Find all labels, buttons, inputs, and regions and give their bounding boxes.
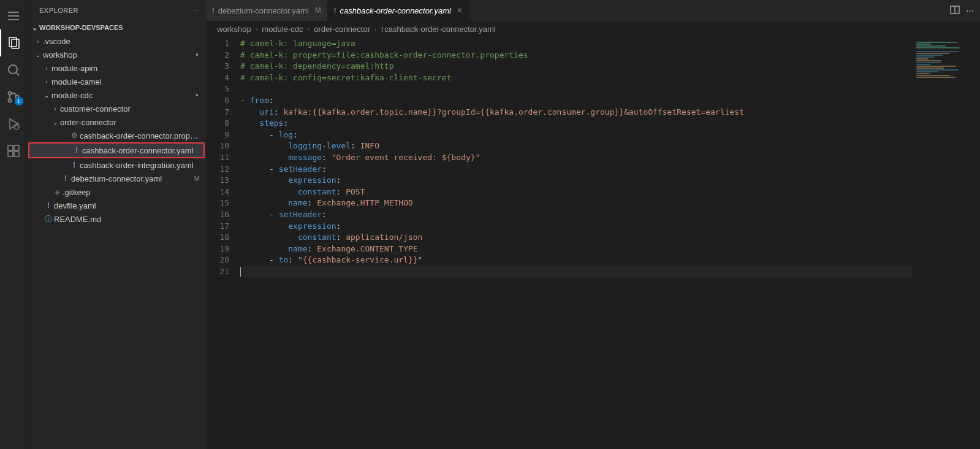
item-label: workshop	[43, 50, 196, 59]
svg-rect-15	[14, 145, 19, 150]
dirty-dot-icon: •	[196, 90, 201, 100]
highlighted-file: !cashback-order-connector.yaml	[28, 142, 205, 158]
chevron-right-icon: ›	[42, 65, 51, 72]
line-gutter: 123456789101112131415161718192021	[206, 37, 240, 449]
breadcrumb-segment[interactable]: order-connector	[314, 25, 370, 34]
yaml-file-icon: !	[212, 7, 215, 14]
file-item[interactable]: !devfile.yaml	[27, 199, 206, 212]
code-line[interactable]: uri: kafka:{{kafka.order.topic.name}}?gr…	[240, 107, 913, 118]
item-label: devfile.yaml	[54, 201, 201, 210]
code-line[interactable]: name: Exchange.CONTENT_TYPE	[240, 244, 913, 255]
file-item[interactable]: !cashback-order-integration.yaml	[27, 158, 206, 172]
item-label: debezium-connector.yaml	[71, 174, 194, 183]
editor-tab[interactable]: !cashback-order-connector.yaml×	[328, 0, 469, 21]
code-line[interactable]: # camel-k: language=java	[240, 38, 913, 50]
code-line[interactable]	[240, 83, 913, 95]
minimap[interactable]	[913, 37, 980, 449]
folder-item[interactable]: ›module-apim	[27, 61, 206, 75]
folder-item[interactable]: ⌄workshop•	[27, 48, 206, 61]
code-line[interactable]: - from:	[240, 95, 913, 107]
menu-icon[interactable]	[0, 2, 27, 29]
folder-item[interactable]: ⌄order-connector	[27, 115, 206, 129]
run-debug-icon[interactable]	[0, 110, 27, 137]
chevron-right-icon: ›	[50, 106, 60, 112]
code-line[interactable]: logging-level: INFO	[240, 140, 913, 152]
editor-more-icon[interactable]: ⋯	[966, 6, 974, 15]
sidebar-more-icon[interactable]: ⋯	[193, 7, 200, 15]
sidebar-title: EXPLORER	[39, 7, 78, 14]
item-label: module-apim	[51, 64, 201, 73]
sidebar-header: EXPLORER ⋯	[27, 0, 206, 21]
code-line[interactable]: - log:	[240, 129, 913, 141]
file-item[interactable]: ⓘREADME.md	[27, 212, 206, 226]
item-label: .gitkeep	[63, 188, 201, 197]
code-line[interactable]: - setHeader:	[240, 164, 913, 175]
explorer-icon[interactable]	[0, 29, 27, 56]
split-editor-icon[interactable]	[950, 5, 960, 17]
git-status: M	[194, 175, 201, 182]
svg-line-6	[16, 72, 19, 75]
code-line[interactable]: - to: "{{cashback-service.url}}"	[240, 255, 913, 266]
chevron-right-icon: ›	[306, 25, 312, 33]
code-line[interactable]: name: Exchange.HTTP_METHOD	[240, 198, 913, 209]
code-line[interactable]: steps:	[240, 118, 913, 129]
svg-rect-12	[8, 145, 13, 150]
item-label: module-cdc	[51, 91, 196, 100]
tab-bar: !debezium-connector.yamlM!cashback-order…	[206, 0, 980, 21]
close-icon[interactable]: ×	[455, 6, 462, 15]
tab-label: cashback-order-connector.yaml	[340, 6, 450, 15]
folder-item[interactable]: ›module-camel	[27, 75, 206, 88]
search-icon[interactable]	[0, 56, 27, 83]
breadcrumb-segment[interactable]: !cashback-order-connector.yaml	[381, 25, 496, 34]
item-label: cashback-order-integration.yaml	[80, 161, 201, 170]
chevron-down-icon: ⌄	[42, 92, 51, 99]
item-label: module-camel	[51, 77, 201, 86]
breadcrumb[interactable]: workshop›module-cdc›order-connector›!cas…	[206, 21, 980, 37]
workspace-section[interactable]: ⌄ WORKSHOP-DEVSPACES	[27, 21, 206, 34]
svg-point-5	[9, 65, 17, 74]
code-line[interactable]: # camel-k: dependency=camel:http	[240, 61, 913, 72]
chevron-down-icon: ⌄	[29, 24, 39, 32]
code-line[interactable]	[240, 266, 913, 278]
code-line[interactable]: expression:	[240, 175, 913, 186]
chevron-right-icon: ›	[33, 38, 43, 45]
chevron-right-icon: ›	[254, 25, 260, 33]
code-line[interactable]: constant: application/json	[240, 232, 913, 244]
chevron-right-icon: ›	[42, 79, 51, 85]
item-label: cashback-order-connector.properties	[80, 131, 201, 140]
item-label: customer-connector	[60, 104, 201, 113]
sidebar: EXPLORER ⋯ ⌄ WORKSHOP-DEVSPACES ›.vscode…	[27, 0, 206, 449]
folder-item[interactable]: ⌄module-cdc•	[27, 88, 206, 102]
code-line[interactable]: constant: POST	[240, 186, 913, 198]
svg-point-7	[8, 92, 11, 95]
workspace-name: WORKSHOP-DEVSPACES	[39, 24, 123, 31]
file-item[interactable]: ◈.gitkeep	[27, 185, 206, 199]
file-item[interactable]: ⚙cashback-order-connector.properties	[27, 129, 206, 142]
source-control-icon[interactable]: 1	[0, 83, 27, 110]
editor[interactable]: 123456789101112131415161718192021 # came…	[206, 37, 980, 449]
code-line[interactable]: # camel-k: property=file:cashback-order-…	[240, 50, 913, 61]
extensions-icon[interactable]	[0, 137, 27, 164]
folder-item[interactable]: ›customer-connector	[27, 102, 206, 115]
code-line[interactable]: - setHeader:	[240, 209, 913, 221]
svg-rect-14	[14, 152, 19, 156]
chevron-down-icon: ⌄	[50, 119, 60, 126]
editor-tab[interactable]: !debezium-connector.yamlM	[206, 0, 328, 21]
breadcrumb-segment[interactable]: module-cdc	[262, 25, 303, 34]
code-line[interactable]: expression:	[240, 221, 913, 232]
tab-status: M	[313, 6, 321, 15]
breadcrumb-segment[interactable]: workshop	[217, 25, 251, 34]
code-area[interactable]: # camel-k: language=java# camel-k: prope…	[240, 37, 913, 449]
folder-item[interactable]: ›.vscode	[27, 34, 206, 48]
yaml-file-icon: !	[381, 26, 385, 33]
file-tree: ›.vscode⌄workshop•›module-apim›module-ca…	[27, 34, 206, 449]
item-label: cashback-order-connector.yaml	[82, 146, 199, 155]
file-item[interactable]: !debezium-connector.yamlM	[27, 172, 206, 185]
code-line[interactable]: message: "Order event received: ${body}"	[240, 152, 913, 164]
tab-label: debezium-connector.yaml	[218, 6, 309, 15]
file-item[interactable]: !cashback-order-connector.yaml	[29, 144, 203, 157]
code-line[interactable]: # camel-k: config=secret:kafka-client-se…	[240, 72, 913, 84]
item-label: .vscode	[43, 37, 201, 46]
chevron-right-icon: ›	[373, 25, 379, 33]
item-label: README.md	[54, 215, 201, 224]
